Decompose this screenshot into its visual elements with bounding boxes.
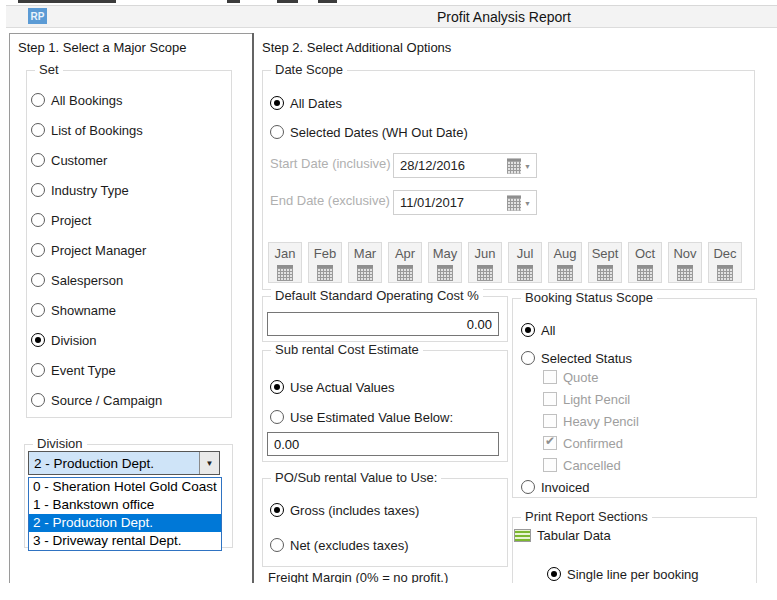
month-label: Feb (314, 246, 336, 261)
title-bar (6, 5, 777, 28)
estimated-value-input[interactable]: 0.00 (267, 432, 499, 456)
radio-use-estimated-value[interactable]: Use Estimated Value Below: (270, 409, 453, 425)
radio-selected-status-label: Selected Status (541, 351, 632, 366)
radio-showname[interactable]: Showname (31, 302, 116, 318)
dropdown-item-2-highlighted[interactable]: 2 - Production Dept. (29, 514, 221, 532)
start-date-field[interactable]: 28/12/2016 ▼ (393, 153, 537, 178)
radio-list-of-bookings[interactable]: List of Bookings (31, 122, 143, 138)
radio-icon (31, 93, 45, 107)
checkbox-icon (543, 370, 557, 384)
calendar-icon (437, 265, 453, 281)
radio-customer-label: Customer (51, 153, 107, 168)
radio-all-dates-label: All Dates (290, 96, 342, 111)
background-window-fragment (277, 0, 298, 3)
radio-event-type[interactable]: Event Type (31, 362, 116, 378)
calendar-icon (637, 265, 653, 281)
month-button-nov[interactable]: Nov (668, 242, 702, 283)
radio-all-bookings[interactable]: All Bookings (31, 92, 123, 108)
end-date-value: 11/01/2017 (400, 195, 464, 210)
radio-icon (270, 538, 284, 552)
checkbox-checked-icon (543, 436, 557, 450)
radio-status-all[interactable]: All (521, 322, 555, 338)
radio-all-dates[interactable]: All Dates (270, 95, 342, 111)
radio-division[interactable]: Division (31, 332, 97, 348)
radio-industry-type[interactable]: Industry Type (31, 182, 129, 198)
calendar-icon (507, 158, 521, 173)
radio-gross[interactable]: Gross (includes taxes) (270, 502, 419, 518)
radio-single-line[interactable]: Single line per booking (547, 566, 699, 582)
chevron-down-icon: ▼ (524, 199, 531, 206)
radio-icon-selected (270, 380, 284, 394)
radio-project[interactable]: Project (31, 212, 91, 228)
month-button-jan[interactable]: Jan (268, 242, 302, 283)
calendar-icon (397, 265, 413, 281)
division-dropdown-list: 0 - Sheration Hotel Gold Coast 1 - Banks… (28, 477, 222, 551)
month-button-sept[interactable]: Sept (588, 242, 622, 283)
radio-use-actual-values[interactable]: Use Actual Values (270, 379, 395, 395)
radio-icon-selected (31, 333, 45, 347)
radio-customer[interactable]: Customer (31, 152, 107, 168)
operating-cost-group-label: Default Standard Operating Cost % (271, 288, 483, 303)
month-label: May (433, 246, 458, 261)
checkbox-confirmed-label: Confirmed (563, 436, 623, 451)
month-button-jun[interactable]: Jun (468, 242, 502, 283)
month-label: Mar (354, 246, 376, 261)
month-button-aug[interactable]: Aug (548, 242, 582, 283)
month-label: Jan (275, 246, 296, 261)
month-button-may[interactable]: May (428, 242, 462, 283)
calendar-icon (277, 265, 293, 281)
capture-cutoff (0, 583, 777, 600)
month-button-jul[interactable]: Jul (508, 242, 542, 283)
division-combobox[interactable]: 2 - Production Dept. ▼ (28, 451, 220, 475)
date-picker-button[interactable]: ▼ (507, 195, 531, 210)
month-button-oct[interactable]: Oct (628, 242, 662, 283)
calendar-icon (557, 265, 573, 281)
radio-source-campaign[interactable]: Source / Campaign (31, 392, 162, 408)
background-window-fragment (318, 0, 337, 3)
checkbox-light-pencil[interactable]: Light Pencil (543, 391, 630, 407)
radio-salesperson-label: Salesperson (51, 273, 123, 288)
calendar-icon (317, 265, 333, 281)
radio-gross-label: Gross (includes taxes) (290, 503, 419, 518)
radio-project-manager-label: Project Manager (51, 243, 146, 258)
start-date-value: 28/12/2016 (400, 158, 465, 173)
month-button-dec[interactable]: Dec (708, 242, 742, 283)
month-label: Dec (713, 246, 736, 261)
dropdown-item-3[interactable]: 3 - Driveway rental Dept. (29, 532, 221, 550)
division-combobox-value: 2 - Production Dept. (29, 452, 199, 474)
step1-header: Step 1. Select a Major Scope (18, 40, 186, 55)
operating-cost-input[interactable]: 0.00 (267, 312, 499, 336)
start-date-label: Start Date (inclusive) (270, 156, 391, 171)
tabular-data-item[interactable]: Tabular Data (514, 527, 611, 543)
radio-salesperson[interactable]: Salesperson (31, 272, 123, 288)
checkbox-quote-label: Quote (563, 370, 598, 385)
date-picker-button[interactable]: ▼ (507, 158, 531, 173)
combobox-dropdown-button[interactable]: ▼ (199, 452, 219, 474)
radio-icon (31, 363, 45, 377)
radio-icon-selected (270, 503, 284, 517)
radio-project-manager[interactable]: Project Manager (31, 242, 146, 258)
dropdown-item-0[interactable]: 0 - Sheration Hotel Gold Coast (29, 478, 221, 496)
radio-selected-dates[interactable]: Selected Dates (WH Out Date) (270, 124, 468, 140)
radio-selected-status[interactable]: Selected Status (521, 350, 632, 366)
dropdown-item-1[interactable]: 1 - Bankstown office (29, 496, 221, 514)
radio-event-type-label: Event Type (51, 363, 116, 378)
checkbox-light-pencil-label: Light Pencil (563, 392, 630, 407)
radio-icon (31, 213, 45, 227)
checkbox-cancelled[interactable]: Cancelled (543, 457, 621, 473)
radio-net-label: Net (excludes taxes) (290, 538, 409, 553)
checkbox-heavy-pencil[interactable]: Heavy Pencil (543, 413, 639, 429)
month-button-feb[interactable]: Feb (308, 242, 342, 283)
month-button-apr[interactable]: Apr (388, 242, 422, 283)
app-icon: RP (28, 8, 47, 24)
radio-source-campaign-label: Source / Campaign (51, 393, 162, 408)
checkbox-quote[interactable]: Quote (543, 369, 598, 385)
radio-project-label: Project (51, 213, 91, 228)
checkbox-confirmed[interactable]: Confirmed (543, 435, 623, 451)
radio-net[interactable]: Net (excludes taxes) (270, 537, 409, 553)
end-date-field[interactable]: 11/01/2017 ▼ (393, 190, 537, 215)
radio-icon (31, 183, 45, 197)
month-button-mar[interactable]: Mar (348, 242, 382, 283)
radio-invoiced[interactable]: Invoiced (521, 479, 589, 495)
estimated-value: 0.00 (274, 437, 299, 452)
